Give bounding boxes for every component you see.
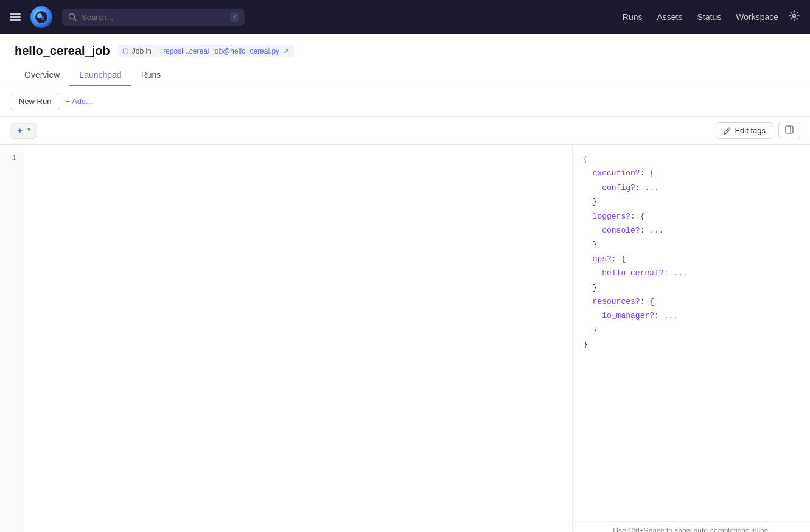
- panel-icon: [785, 125, 794, 134]
- edit-icon: [724, 127, 731, 135]
- tab-launchpad[interactable]: Launchpad: [69, 65, 131, 86]
- settings-icon[interactable]: [788, 10, 800, 25]
- search-input[interactable]: [82, 13, 226, 22]
- code-line-3: }: [583, 195, 800, 209]
- tab-overview[interactable]: Overview: [15, 65, 69, 86]
- edit-tags-button[interactable]: Edit tags: [716, 122, 773, 139]
- menu-icon[interactable]: [10, 12, 21, 23]
- code-line-9: }: [583, 281, 800, 295]
- job-badge-ext-icon: ↗: [283, 47, 289, 55]
- nav-workspace[interactable]: Workspace: [736, 12, 778, 22]
- svg-rect-0: [10, 13, 21, 15]
- code-line-12: }: [583, 323, 800, 337]
- toolbar-row: New Run + Add...: [0, 86, 810, 117]
- search-kbd: /: [231, 12, 239, 22]
- autocomplete-hint: Use Ctrl+Space to show auto-completions …: [573, 521, 810, 532]
- config-panel[interactable]: { execution?: { config?: ... } loggers?:…: [573, 145, 810, 532]
- code-line-11: io_manager?: ...: [583, 309, 800, 323]
- code-line-7: ops?: {: [583, 252, 800, 266]
- search-bar[interactable]: /: [62, 9, 245, 26]
- job-title: hello_cereal_job: [15, 44, 110, 58]
- code-line-0: {: [583, 152, 800, 166]
- nav-assets[interactable]: Assets: [657, 12, 683, 22]
- job-badge: ⬡ Job in __reposi...cereal_job@hello_cer…: [117, 45, 294, 57]
- page-header: hello_cereal_job ⬡ Job in __reposi...cer…: [0, 34, 810, 86]
- svg-point-8: [793, 14, 796, 17]
- nav-status[interactable]: Status: [697, 12, 722, 22]
- topnav: / Runs Assets Status Workspace: [0, 0, 810, 34]
- topnav-links: Runs Assets Status Workspace: [623, 12, 778, 22]
- code-line-5: console?: ...: [583, 223, 800, 237]
- svg-rect-1: [10, 16, 21, 18]
- nav-runs[interactable]: Runs: [623, 12, 643, 22]
- code-line-8: hello_cereal?: ...: [583, 266, 800, 280]
- editor-area[interactable]: 1: [0, 145, 573, 532]
- tag-icon: ✦: [16, 126, 24, 136]
- job-badge-text: Job in: [132, 47, 152, 55]
- svg-point-5: [41, 16, 44, 20]
- add-button[interactable]: + Add...: [65, 97, 92, 106]
- code-line-13: }: [583, 337, 800, 351]
- svg-line-7: [74, 19, 77, 21]
- code-line-2: config?: ...: [583, 181, 800, 195]
- code-line-6: }: [583, 237, 800, 251]
- code-line-1: execution?: {: [583, 166, 800, 180]
- job-badge-icon: ⬡: [122, 47, 128, 55]
- tab-runs[interactable]: Runs: [131, 65, 171, 86]
- svg-rect-9: [786, 126, 793, 133]
- search-icon: [68, 13, 77, 21]
- tabs: Overview Launchpad Runs: [15, 65, 795, 86]
- new-run-button[interactable]: New Run: [10, 93, 60, 110]
- code-line-4: loggers?: {: [583, 209, 800, 223]
- job-file-link[interactable]: __reposi...cereal_job@hello_cereal.py: [155, 47, 279, 55]
- toggle-panel-button[interactable]: [778, 122, 800, 139]
- app-logo[interactable]: [30, 6, 52, 28]
- line-numbers: 1: [0, 145, 24, 532]
- code-line-10: resources?: {: [583, 295, 800, 309]
- tag-filter-value: *: [27, 126, 30, 135]
- tag-filter[interactable]: ✦ *: [10, 123, 37, 139]
- svg-rect-2: [10, 19, 21, 21]
- editor-content[interactable]: [24, 145, 572, 532]
- second-toolbar: ✦ * Edit tags: [0, 117, 810, 145]
- main-content: 1 { execution?: { config?: ... } loggers…: [0, 145, 810, 532]
